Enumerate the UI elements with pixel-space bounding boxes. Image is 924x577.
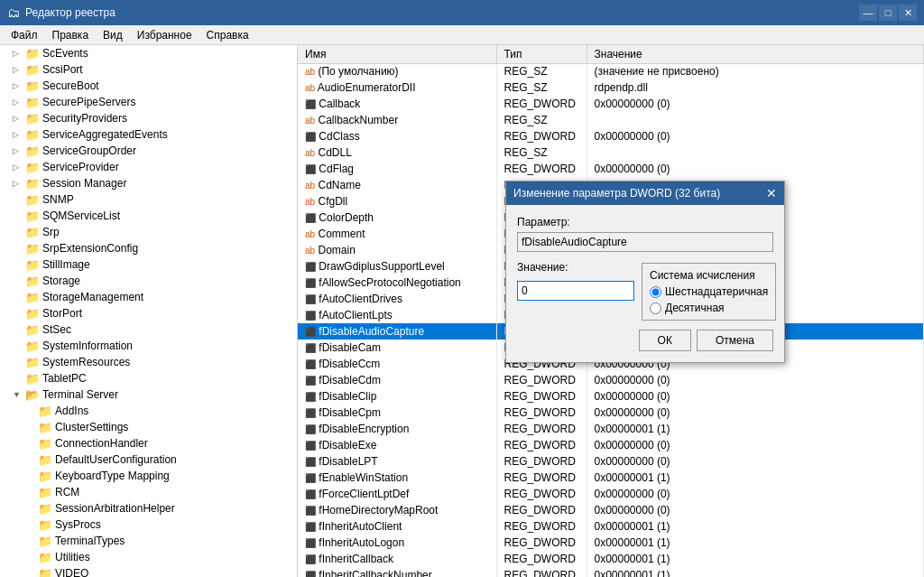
tree-item[interactable]: 📁SQMServiceList <box>0 208 297 224</box>
table-row[interactable]: ⬛ fInheritAutoLogon REG_DWORD 0x00000001… <box>298 535 924 551</box>
table-row[interactable]: ⬛ fEnableWinStation REG_DWORD 0x00000001… <box>298 470 924 486</box>
dword-edit-dialog: Изменение параметра DWORD (32 бита) ✕ Па… <box>505 181 785 363</box>
reg-name: ⬛ CdFlag <box>298 161 496 177</box>
reg-type: REG_DWORD <box>496 502 587 518</box>
tree-item[interactable]: 📁TabletPC <box>0 370 297 386</box>
radio-hex-label[interactable]: Шестнадцатеричная <box>650 285 768 298</box>
tree-item[interactable]: 📁Srp <box>0 224 297 240</box>
reg-name: ab Comment <box>298 226 496 242</box>
reg-value: 0x00000000 (0) <box>587 128 924 144</box>
reg-name: ab CfgDll <box>298 193 496 209</box>
reg-name: ⬛ fDisableClip <box>298 388 496 405</box>
radio-group: Шестнадцатеричная Десятичная <box>650 285 768 314</box>
window-controls: — □ ✕ <box>859 5 917 21</box>
table-row[interactable]: ⬛ fForceClientLptDef REG_DWORD 0x0000000… <box>298 486 924 502</box>
tree-item-security-providers[interactable]: ▷📁SecurityProviders <box>0 110 297 126</box>
tree-item[interactable]: ▷📁ScsiPort <box>0 61 297 78</box>
cancel-button[interactable]: Отмена <box>697 330 773 351</box>
radio-dec-label[interactable]: Десятичная <box>650 302 768 314</box>
tree-item[interactable]: 📁SessionArbitrationHelper <box>0 500 297 517</box>
reg-type: REG_SZ <box>496 63 587 79</box>
tree-item[interactable]: ▷📁SecureBoot <box>0 78 297 94</box>
dialog-close-button[interactable]: ✕ <box>766 186 777 200</box>
menu-file[interactable]: Файл <box>4 27 45 42</box>
tree-item[interactable]: 📁Utilities <box>0 549 297 565</box>
tree-item[interactable]: 📁DefaultUserConfiguration <box>0 451 297 468</box>
tree-item[interactable]: ▷📁ServiceGroupOrder <box>0 143 297 159</box>
tree-item[interactable]: 📁SrpExtensionConfig <box>0 240 297 256</box>
reg-value: 0x00000000 (0) <box>587 437 924 453</box>
table-row[interactable]: ⬛ fDisableCdm REG_DWORD 0x00000000 (0) <box>298 372 924 388</box>
tree-item[interactable]: 📁StorageManagement <box>0 289 297 305</box>
menu-view[interactable]: Вид <box>96 27 130 42</box>
menu-favorites[interactable]: Избранное <box>130 27 199 42</box>
tree-item[interactable]: 📁AddIns <box>0 403 297 419</box>
menu-help[interactable]: Справка <box>199 27 256 42</box>
tree-item[interactable]: 📁SystemInformation <box>0 338 297 354</box>
table-row[interactable]: ⬛ fDisableClip REG_DWORD 0x00000000 (0) <box>298 388 924 405</box>
table-row[interactable]: ⬛ fDisableLPT REG_DWORD 0x00000000 (0) <box>298 453 924 470</box>
table-row-callback[interactable]: ⬛ Callback REG_DWORD 0x00000000 (0) <box>298 96 924 112</box>
tree-item[interactable]: 📁Storage <box>0 273 297 289</box>
reg-type: REG_DWORD <box>496 486 587 502</box>
tree-item[interactable]: 📁KeyboardType Mapping <box>0 468 297 484</box>
tree-item[interactable]: 📁SNMP <box>0 191 297 208</box>
table-row[interactable]: ⬛ fHomeDirectoryMapRoot REG_DWORD 0x0000… <box>298 502 924 518</box>
ok-button[interactable]: ОК <box>639 330 691 351</box>
radio-dec-text: Десятичная <box>665 302 725 314</box>
reg-type: REG_DWORD <box>496 405 587 421</box>
table-row[interactable]: ⬛ fInheritCallback REG_DWORD 0x00000001 … <box>298 551 924 567</box>
reg-name: ⬛ fDisableAudioCapture <box>298 323 496 340</box>
radio-hex-text: Шестнадцатеричная <box>665 285 768 298</box>
table-row[interactable]: ⬛ CdClass REG_DWORD 0x00000000 (0) <box>298 128 924 144</box>
tree-item-session-manager[interactable]: ▷📁Session Manager <box>0 175 297 191</box>
table-row[interactable]: ab (По умолчанию) REG_SZ (значение не пр… <box>298 63 924 79</box>
reg-value: 0x00000001 (1) <box>587 535 924 551</box>
radio-hex[interactable] <box>650 286 661 298</box>
reg-type: REG_SZ <box>496 112 587 128</box>
menu-edit[interactable]: Правка <box>45 27 97 42</box>
tree-item[interactable]: ▷📁ServiceProvider <box>0 159 297 175</box>
tree-item[interactable]: 📁ClusterSettings <box>0 419 297 435</box>
tree-panel[interactable]: ▷📁ScEvents ▷📁ScsiPort ▷📁SecureBoot ▷📁Sec… <box>0 45 298 577</box>
table-row[interactable]: ab AudioEnumeratorDII REG_SZ rdpendp.dll <box>298 79 924 96</box>
tree-item[interactable]: ▷📁ScEvents <box>0 45 297 61</box>
reg-name: ⬛ Callback <box>298 96 496 112</box>
table-row[interactable]: ⬛ fDisableEncryption REG_DWORD 0x0000000… <box>298 421 924 437</box>
tree-item[interactable]: 📁StillImage <box>0 256 297 273</box>
table-row[interactable]: ab CdDLL REG_SZ <box>298 144 924 161</box>
tree-item[interactable]: 📁SystemResources <box>0 354 297 370</box>
reg-type: REG_DWORD <box>496 567 587 577</box>
tree-item[interactable]: 📁VIDEO <box>0 565 297 577</box>
table-row[interactable]: ⬛ fDisableCpm REG_DWORD 0x00000000 (0) <box>298 405 924 421</box>
reg-type: REG_DWORD <box>496 161 587 177</box>
close-button[interactable]: ✕ <box>899 5 917 21</box>
value-row: Значение: Система исчисления Шестнадцате… <box>517 261 773 321</box>
value-input[interactable] <box>517 281 634 301</box>
param-label: Параметр: <box>517 216 773 228</box>
table-row[interactable]: ⬛ fInheritAutoClient REG_DWORD 0x0000000… <box>298 518 924 535</box>
minimize-button[interactable]: — <box>859 5 877 21</box>
tree-item[interactable]: ▷📁ServiceAggregatedEvents <box>0 126 297 143</box>
tree-item[interactable]: 📁StSec <box>0 321 297 338</box>
table-row[interactable]: ab CallbackNumber REG_SZ <box>298 112 924 128</box>
tree-item[interactable]: 📁RCM <box>0 484 297 500</box>
maximize-button[interactable]: □ <box>879 5 897 21</box>
table-row[interactable]: ⬛ fInheritCallbackNumber REG_DWORD 0x000… <box>298 567 924 577</box>
radio-dec[interactable] <box>650 302 661 314</box>
tree-item-terminal-server[interactable]: ▼📂Terminal Server <box>0 386 297 403</box>
tree-item[interactable]: 📁TerminalTypes <box>0 533 297 549</box>
dialog-buttons: ОК Отмена <box>517 330 773 351</box>
dialog-title-text: Изменение параметра DWORD (32 бита) <box>513 187 720 200</box>
menu-bar: Файл Правка Вид Избранное Справка <box>0 25 924 45</box>
table-row[interactable]: ⬛ fDisableExe REG_DWORD 0x00000000 (0) <box>298 437 924 453</box>
reg-name: ⬛ fInheritAutoLogon <box>298 535 496 551</box>
reg-type: REG_DWORD <box>496 535 587 551</box>
reg-type: REG_DWORD <box>496 421 587 437</box>
table-row[interactable]: ⬛ CdFlag REG_DWORD 0x00000000 (0) <box>298 161 924 177</box>
tree-item[interactable]: ▷📁SecurePipeServers <box>0 94 297 110</box>
tree-item[interactable]: 📁SysProcs <box>0 517 297 533</box>
reg-name: ⬛ fDisableEncryption <box>298 421 496 437</box>
tree-item[interactable]: 📁StorPort <box>0 305 297 321</box>
tree-item[interactable]: 📁ConnectionHandler <box>0 435 297 451</box>
